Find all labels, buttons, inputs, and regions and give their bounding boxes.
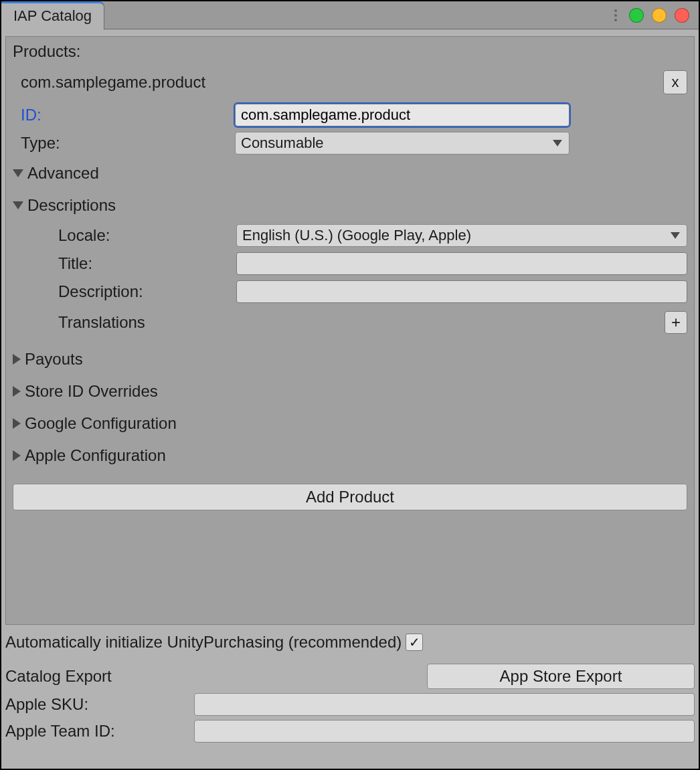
triangle-right-icon — [13, 418, 21, 429]
store-id-overrides-foldout[interactable]: Store ID Overrides — [13, 375, 687, 407]
export-button-label: App Store Export — [500, 667, 622, 686]
triangle-down-icon — [13, 169, 23, 177]
auto-init-checkbox[interactable]: ✓ — [406, 634, 423, 651]
chevron-down-icon — [671, 232, 680, 239]
triangle-down-icon — [13, 201, 23, 209]
descriptions-label: Descriptions — [27, 196, 116, 215]
triangle-right-icon — [13, 354, 21, 365]
id-label: ID: — [21, 106, 235, 124]
product-type-dropdown[interactable]: Consumable — [235, 132, 570, 155]
tab-bar: IAP Catalog — [1, 1, 699, 29]
add-translation-button[interactable]: + — [665, 311, 687, 334]
google-configuration-foldout[interactable]: Google Configuration — [13, 407, 687, 440]
apple-sku-label: Apple SKU: — [5, 695, 194, 714]
products-heading: Products: — [13, 42, 687, 61]
apple-configuration-label: Apple Configuration — [25, 446, 166, 465]
product-id-input[interactable] — [235, 104, 570, 126]
window-controls — [614, 8, 699, 23]
checkmark-icon: ✓ — [409, 634, 420, 650]
description-label: Description: — [58, 282, 236, 301]
catalog-export-label: Catalog Export — [5, 667, 427, 686]
apple-team-id-input[interactable] — [194, 720, 695, 743]
apple-configuration-foldout[interactable]: Apple Configuration — [13, 440, 687, 472]
product-name-label: com.samplegame.product — [21, 73, 205, 92]
kebab-menu-icon[interactable] — [614, 9, 617, 21]
advanced-foldout[interactable]: Advanced — [13, 157, 687, 189]
title-input[interactable] — [236, 252, 687, 275]
google-configuration-label: Google Configuration — [25, 414, 177, 433]
window-minimize-icon[interactable] — [629, 8, 644, 23]
plus-icon: + — [671, 313, 681, 332]
locale-dropdown[interactable]: English (U.S.) (Google Play, Apple) — [236, 224, 687, 247]
remove-x-label: x — [672, 74, 679, 91]
locale-label: Locale: — [58, 226, 236, 245]
products-panel: Products: com.samplegame.product x ID: T… — [5, 36, 695, 625]
window-close-icon[interactable] — [675, 8, 689, 23]
apple-team-id-label: Apple Team ID: — [5, 722, 194, 741]
locale-value: English (U.S.) (Google Play, Apple) — [242, 227, 471, 244]
advanced-label: Advanced — [27, 164, 99, 183]
auto-init-label: Automatically initialize UnityPurchasing… — [5, 633, 402, 652]
tab-iap-catalog[interactable]: IAP Catalog — [1, 1, 104, 29]
chevron-down-icon — [553, 140, 562, 147]
translations-label: Translations — [58, 313, 145, 332]
remove-product-button[interactable]: x — [663, 70, 687, 94]
payouts-label: Payouts — [25, 350, 83, 369]
tab-title-label: IAP Catalog — [13, 7, 92, 25]
triangle-right-icon — [13, 450, 21, 461]
add-product-label: Add Product — [306, 488, 394, 506]
description-input[interactable] — [236, 280, 687, 303]
payouts-foldout[interactable]: Payouts — [13, 343, 687, 375]
apple-sku-input[interactable] — [194, 693, 695, 716]
descriptions-foldout[interactable]: Descriptions — [13, 189, 687, 221]
add-product-button[interactable]: Add Product — [13, 484, 687, 510]
app-store-export-button[interactable]: App Store Export — [427, 664, 695, 689]
triangle-right-icon — [13, 386, 21, 397]
type-label: Type: — [21, 134, 235, 153]
title-label: Title: — [58, 254, 236, 273]
window-maximize-icon[interactable] — [652, 8, 667, 23]
store-id-overrides-label: Store ID Overrides — [25, 382, 158, 401]
product-type-value: Consumable — [241, 134, 324, 152]
